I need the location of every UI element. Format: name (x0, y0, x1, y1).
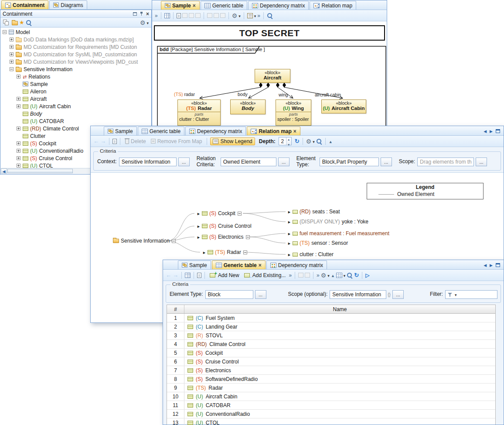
tab-generic-table[interactable]: Generic table (201, 1, 247, 10)
tab-diagrams[interactable]: Diagrams (49, 0, 87, 9)
tree-item[interactable]: Aircraft (1, 95, 151, 103)
chevron-down-icon[interactable] (327, 273, 330, 278)
scope-browse-button[interactable]: ... (476, 158, 487, 166)
specification-icon[interactable] (177, 13, 181, 18)
expand-icon[interactable] (17, 127, 20, 130)
chevron-down-icon[interactable] (254, 13, 256, 18)
collapse-icon[interactable] (243, 250, 247, 254)
map-leaf[interactable]: (TS) sensor : Sensor (287, 240, 348, 247)
expand-icon[interactable] (17, 164, 20, 168)
map-node[interactable]: (S) Electronics (197, 233, 250, 240)
layout-icon[interactable] (164, 13, 170, 18)
map-leaf[interactable]: fuel measurement : Fuel measurement (287, 230, 389, 237)
tab-generic-table[interactable]: Generic table (212, 260, 266, 269)
overflow-icon[interactable] (317, 273, 320, 278)
block-aircraft-cabin[interactable]: «block» (U)Aircraft Cabin (321, 99, 366, 113)
chevron-down-icon[interactable] (146, 20, 149, 25)
block-wing[interactable]: «block» (U)Wing parts spoiler : Spoiler (276, 99, 311, 126)
maximize-icon[interactable] (496, 129, 500, 133)
scroll-tabs-right-icon[interactable] (490, 262, 493, 267)
expand-icon[interactable] (10, 38, 14, 41)
move-down-icon[interactable] (305, 273, 310, 278)
table-row[interactable]: 8 (S)SoftwareDefinedRadio (167, 375, 495, 384)
table-row[interactable]: 2 (C)Landing Gear (167, 322, 495, 331)
tree-item[interactable]: Aileron (1, 88, 151, 95)
context-browse-button[interactable]: ... (178, 158, 190, 166)
delete-button[interactable]: Delete (123, 137, 148, 145)
tab-dependency-matrix[interactable]: Dependency matrix (266, 260, 327, 269)
tree-item-model[interactable]: Model (1, 28, 151, 36)
float-window-icon[interactable] (133, 12, 137, 16)
map-node[interactable]: (S) Cockpit (197, 210, 242, 217)
view-mode-icon[interactable] (336, 273, 342, 278)
expand-icon[interactable] (10, 60, 14, 64)
block-body[interactable]: «block» Body (230, 99, 266, 114)
refresh-icon[interactable] (295, 138, 300, 144)
depth-spinner[interactable]: 2 (279, 137, 292, 145)
favorites-icon[interactable] (19, 20, 24, 25)
open-project-icon[interactable] (12, 21, 18, 25)
expand-icon[interactable] (17, 156, 20, 160)
collapse-icon[interactable] (238, 212, 242, 216)
element-type-browse-button[interactable]: ... (255, 290, 266, 299)
expand-icon[interactable] (17, 97, 20, 101)
tree-item-sensitive-information[interactable]: Sensitive Information (1, 65, 151, 73)
show-legend-toggle[interactable]: Show Legend (210, 137, 255, 145)
search-icon[interactable] (316, 138, 322, 144)
scope-browse-button[interactable]: ... (392, 290, 404, 299)
collapse-toolbar-icon[interactable] (331, 273, 335, 278)
specification-icon[interactable] (197, 273, 201, 278)
table-row[interactable]: 5 (S)Cockpit (167, 349, 495, 357)
refresh-icon[interactable] (354, 272, 359, 278)
columns-icon[interactable] (185, 273, 191, 278)
tab-relation-map[interactable]: Relation map (247, 127, 300, 135)
relation-criteria-field[interactable]: Owned Element (221, 158, 276, 166)
tree-item[interactable]: (U) Aircraft Cabin (1, 103, 151, 110)
block-aircraft[interactable]: «block» Aircraft (255, 69, 290, 83)
scope-field[interactable]: Sensitive Information (330, 290, 386, 299)
table-row[interactable]: 1 (C)Fuel System (167, 314, 495, 322)
tab-generic-table[interactable]: Generic table (138, 127, 184, 135)
filter-field[interactable] (445, 290, 497, 299)
relation-browse-button[interactable]: ... (278, 158, 289, 166)
expand-icon[interactable] (10, 52, 14, 56)
close-tab-icon[interactable] (193, 3, 196, 8)
element-type-browse-button[interactable]: ... (381, 158, 392, 166)
expand-icon[interactable] (10, 45, 14, 49)
spin-down-icon[interactable] (287, 141, 290, 147)
scroll-tabs-right-icon[interactable] (490, 128, 493, 134)
gear-icon[interactable] (232, 13, 238, 19)
map-node[interactable]: (S) Cruise Control (197, 223, 252, 230)
tab-sample[interactable]: Sample (161, 1, 200, 10)
overflow-icon[interactable] (155, 13, 158, 18)
table-header[interactable]: # Name (167, 305, 495, 314)
scroll-tabs-left-icon[interactable] (484, 262, 487, 267)
table-row[interactable]: 9 (TS)Radar (167, 384, 495, 392)
expand-icon[interactable] (17, 104, 20, 108)
align-left-icon[interactable] (182, 13, 187, 18)
column-header-number[interactable]: # (167, 305, 184, 313)
expand-icon[interactable] (17, 149, 20, 153)
table-row[interactable]: 7 (S)Electronics (167, 366, 495, 375)
tree-item[interactable]: (U) CATOBAR (1, 117, 151, 125)
back-icon[interactable] (93, 138, 99, 144)
scroll-tabs-left-icon[interactable] (484, 128, 487, 134)
align-center-icon[interactable] (189, 13, 194, 18)
pin-icon[interactable] (140, 11, 143, 16)
maximize-icon[interactable] (496, 263, 500, 267)
table-row[interactable]: 4 (RD)Climate Control (167, 340, 495, 349)
gear-icon[interactable] (140, 20, 146, 26)
map-node[interactable]: (TS) Radar (202, 249, 247, 256)
tree-item[interactable]: Body (1, 110, 151, 117)
table-row[interactable]: 13 (U)CTOL (167, 418, 495, 425)
collapse-icon[interactable] (172, 239, 176, 243)
scroll-left-button[interactable] (1, 168, 7, 174)
specification-icon[interactable] (112, 139, 117, 144)
context-field[interactable]: Sensitive Information (119, 158, 177, 166)
forward-icon[interactable] (100, 138, 106, 144)
add-new-button[interactable]: Add New (208, 271, 241, 279)
map-leaf[interactable]: (DISPLAY ONLY) yoke : Yoke (287, 218, 368, 225)
add-existing-button[interactable]: Add Existing... (242, 271, 288, 279)
table-row[interactable]: 3 (R)STOVL (167, 331, 495, 340)
gear-icon[interactable] (306, 138, 312, 144)
